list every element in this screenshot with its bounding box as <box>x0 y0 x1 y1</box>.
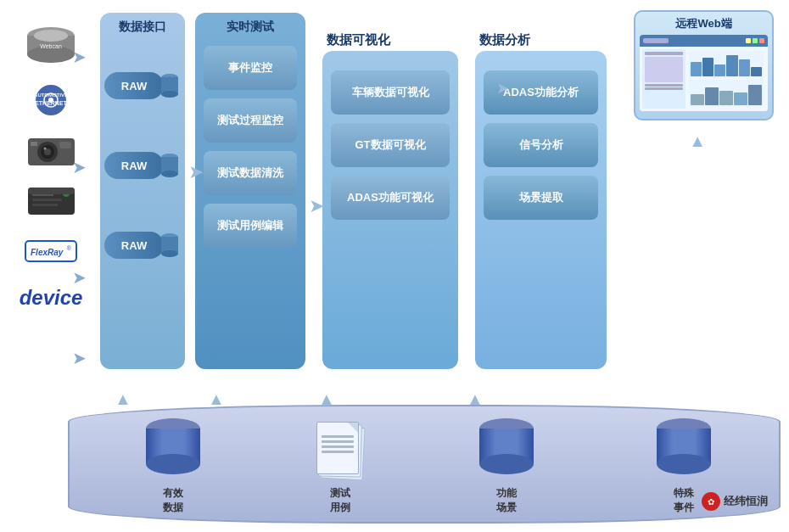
test-box-event: 事件监控 <box>204 46 297 90</box>
remote-web-panel: 远程Web端 <box>634 10 774 120</box>
raw-badge-1: RAW <box>104 72 164 99</box>
arrow-up-3: ▲ <box>318 389 335 409</box>
remote-web-title: 远程Web端 <box>640 16 768 31</box>
svg-text:Webcan: Webcan <box>40 43 62 49</box>
realtime-test-column: 实时测试 事件监控 ➤ 测试过程监控 测试数据清洗 测试用例编辑 <box>195 13 305 369</box>
db-label-testcase: 测试用例 <box>330 486 350 515</box>
watermark: ✿ 经纬恒润 <box>702 492 768 511</box>
device-flexray: FlexRay ® <box>25 240 77 262</box>
svg-point-35 <box>146 454 200 474</box>
watermark-icon: ✿ <box>702 492 720 511</box>
data-interface-column: 数据接口 RAW RAW <box>100 13 185 369</box>
device-ethernet: AUTOMOTIVE ETHERNET <box>24 83 79 117</box>
svg-point-3 <box>34 30 68 42</box>
arrow-up-4: ▲ <box>467 389 484 409</box>
device-camera <box>24 130 79 171</box>
test-box-clean: 测试数据清洗 <box>204 151 297 195</box>
device-box <box>24 183 79 219</box>
arrow-3: ➤ <box>72 267 87 288</box>
viz-box-gt: GT数据可视化 <box>331 123 450 167</box>
arrow-to-viz: ➤ <box>309 195 324 217</box>
main-container: Webcan ➤ AUTOMOTIVE ETHERNET <box>0 0 789 532</box>
arrow-up-analysis: ▲ <box>689 132 706 151</box>
arrow-1: ➤ <box>72 47 87 67</box>
dataviz-title: 数据可视化 <box>327 32 390 48</box>
svg-point-14 <box>43 148 46 150</box>
db-items-row: 有效数据 <box>85 413 772 515</box>
svg-rect-19 <box>32 199 62 201</box>
db-item-valid-data: 有效数据 <box>139 413 207 515</box>
db-label-special-event: 特殊事件 <box>674 486 694 515</box>
db-item-test-case: 测试用例 <box>316 413 363 515</box>
device-lidar: Webcan <box>24 25 79 68</box>
svg-point-25 <box>161 91 178 98</box>
database-section: ▲ ▲ ▲ ▲ <box>68 392 781 524</box>
dataanalysis-column: ADAS功能分析 信号分析 场景提取 <box>475 51 607 369</box>
remote-web-screen <box>640 35 768 111</box>
test-box-process: 测试过程监控 <box>204 98 297 143</box>
arrow-4: ➤ <box>72 348 87 368</box>
svg-rect-15 <box>59 142 71 148</box>
data-interface-title: 数据接口 <box>119 20 166 35</box>
dataviz-column: 车辆数据可视化 GT数据可视化 ADAS功能可视化 <box>322 51 458 369</box>
svg-point-31 <box>161 250 178 257</box>
svg-rect-20 <box>32 204 58 206</box>
viz-box-vehicle: 车辆数据可视化 <box>331 70 450 115</box>
svg-point-39 <box>479 454 534 474</box>
svg-point-9 <box>48 98 53 103</box>
svg-rect-16 <box>31 142 37 146</box>
analysis-box-signal: 信号分析 <box>484 123 598 167</box>
raw-badge-3: RAW <box>104 232 164 259</box>
svg-rect-22 <box>28 188 75 194</box>
raw-badge-2: RAW <box>104 152 164 179</box>
db-label-func-scene: 功能场景 <box>496 486 517 515</box>
db-label-valid: 有效数据 <box>163 486 183 515</box>
arrow-mid: ➤ <box>188 161 204 183</box>
svg-point-28 <box>161 171 178 177</box>
realtime-title: 实时测试 <box>227 20 274 35</box>
svg-point-43 <box>657 454 711 474</box>
test-box-case: 测试用例编辑 <box>204 204 297 248</box>
arrow-to-web: ➤ <box>496 79 509 98</box>
db-item-func-scene: 功能场景 <box>473 413 540 515</box>
analysis-box-scene: 场景提取 <box>484 176 598 220</box>
devices-column: Webcan ➤ AUTOMOTIVE ETHERNET <box>8 17 93 318</box>
analysis-title: 数据分析 <box>479 32 530 48</box>
arrow-up-2: ▲ <box>208 389 225 409</box>
watermark-text: 经纬恒润 <box>724 494 768 509</box>
arrow-up-1: ▲ <box>115 389 132 409</box>
viz-box-adas: ADAS功能可视化 <box>331 176 450 220</box>
device-can: device <box>20 286 83 310</box>
arrow-2: ➤ <box>72 157 87 177</box>
